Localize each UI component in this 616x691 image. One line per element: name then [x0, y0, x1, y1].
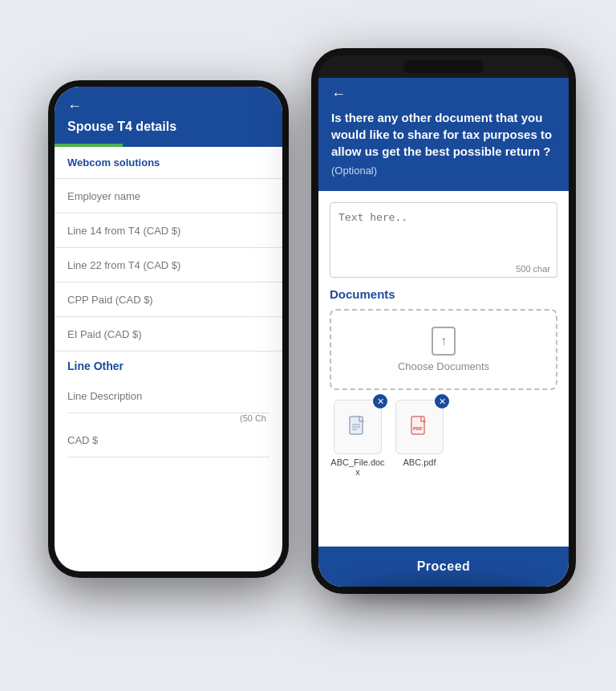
file-item-docx: ✕ ABC_File.docx [330, 400, 386, 477]
documents-section: Documents Choose Documents ✕ [330, 287, 557, 477]
upload-label: Choose Documents [398, 360, 489, 372]
back-phone-screen: ← Spouse T4 details Webcom solutions [55, 87, 282, 571]
remove-docx-button[interactable]: ✕ [373, 394, 387, 409]
back-phone-content: Webcom solutions Line Other [55, 147, 282, 571]
progress-bar [55, 144, 123, 147]
line-other-title: Line Other [67, 360, 270, 372]
line-desc-field[interactable] [67, 379, 270, 413]
proceed-button[interactable]: Proceed [318, 547, 569, 587]
line22-input[interactable] [67, 259, 270, 271]
cpp-field[interactable] [55, 282, 282, 317]
employer-section: Webcom solutions [55, 147, 282, 179]
pdf-svg: PDF [410, 416, 429, 438]
back-phone: ← Spouse T4 details Webcom solutions [48, 80, 289, 578]
line-desc-input[interactable] [67, 390, 257, 402]
front-notch [403, 60, 484, 73]
cad-input[interactable] [67, 434, 257, 446]
back-phone-header: ← Spouse T4 details [55, 87, 282, 147]
optional-label: (Optional) [331, 165, 556, 177]
back-arrow-back[interactable]: ← [67, 98, 270, 115]
cpp-input[interactable] [67, 294, 270, 306]
remove-pdf-button[interactable]: ✕ [435, 394, 449, 409]
back-phone-title: Spouse T4 details [67, 120, 176, 133]
pdf-icon: PDF [410, 416, 429, 438]
upload-icon [432, 327, 456, 356]
text-input[interactable] [330, 203, 557, 259]
line-char-hint: (50 Ch [67, 413, 270, 423]
files-row: ✕ ABC_File.docx [330, 400, 557, 477]
line14-input[interactable] [67, 225, 270, 237]
file-name-pdf: ABC.pdf [403, 457, 436, 467]
upload-box[interactable]: Choose Documents [330, 309, 557, 390]
line-other-section: Line Other (50 Ch [55, 352, 282, 461]
employer-value: Webcom solutions [67, 153, 270, 172]
front-notch-area [318, 55, 569, 78]
text-area-wrapper[interactable]: 500 char [330, 202, 557, 278]
line22-field[interactable] [55, 248, 282, 282]
char-count: 500 char [330, 262, 557, 277]
ei-input[interactable] [67, 328, 270, 340]
front-phone-screen: ← Is there any other document that you w… [318, 78, 569, 587]
svg-rect-0 [350, 417, 363, 434]
file-icon-wrapper-docx: ✕ [334, 400, 382, 454]
cad-field[interactable] [67, 423, 270, 457]
question-text: Is there any other document that you wou… [331, 109, 556, 160]
employer-name-field[interactable] [55, 179, 282, 213]
svg-rect-4 [411, 417, 424, 434]
file-icon-wrapper-pdf: ✕ PDF [395, 400, 444, 454]
back-arrow-front[interactable]: ← [331, 86, 556, 103]
docx-svg [348, 416, 367, 438]
employer-name-input[interactable] [67, 190, 270, 202]
line14-field[interactable] [55, 213, 282, 248]
front-phone: ← Is there any other document that you w… [311, 48, 576, 594]
file-item-pdf: ✕ PDF ABC.pdf [395, 400, 444, 477]
docx-icon [348, 416, 367, 438]
documents-title: Documents [330, 287, 557, 301]
file-name-docx: ABC_File.docx [330, 457, 386, 477]
svg-text:PDF: PDF [413, 426, 423, 431]
front-phone-body: 500 char Documents Choose Documents ✕ [318, 191, 569, 547]
front-phone-header: ← Is there any other document that you w… [318, 78, 569, 191]
ei-field[interactable] [55, 317, 282, 352]
